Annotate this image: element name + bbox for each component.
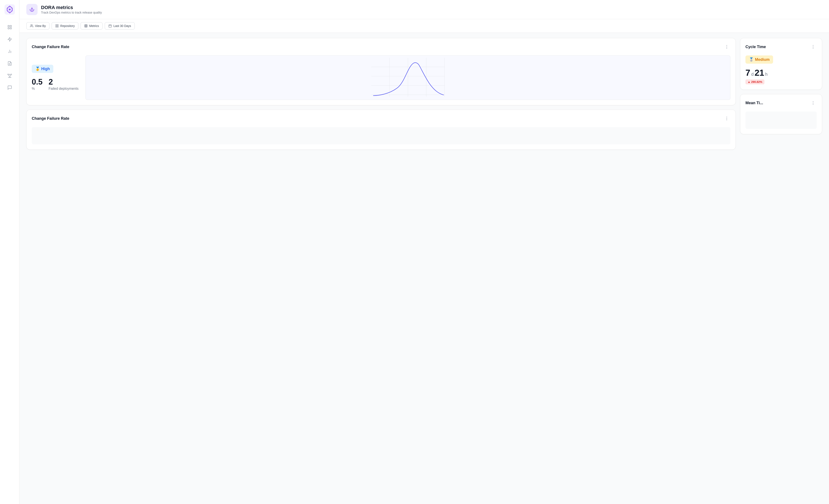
repository-button[interactable]: Repository xyxy=(51,22,78,30)
card4-placeholder xyxy=(746,112,817,129)
sidebar-item-lightning[interactable] xyxy=(4,34,15,45)
svg-point-11 xyxy=(32,10,32,11)
metric-count: 2 Failed deployments xyxy=(48,78,79,91)
page-header: DORA metrics Track DevOps metrics to tra… xyxy=(20,0,829,19)
date-range-button[interactable]: Last 30 Days xyxy=(105,22,135,30)
card3-header: Change Failure Rate ⋮ xyxy=(32,115,730,122)
svg-rect-22 xyxy=(109,25,111,27)
sidebar-item-trophy[interactable] xyxy=(4,70,15,81)
page-subtitle: Track DevOps metrics to track release qu… xyxy=(41,11,102,14)
sidebar-item-chart[interactable] xyxy=(4,46,15,57)
metrics-button[interactable]: Metrics xyxy=(80,22,103,30)
svg-rect-15 xyxy=(56,26,57,27)
svg-rect-14 xyxy=(58,25,59,26)
card2-menu-button[interactable]: ⋮ xyxy=(810,43,817,50)
right-panel: Cycle Time ⋮ 🥈 Medium 7 d 21 h xyxy=(740,38,822,499)
content-area: Change Failure Rate ⋮ 🥇 High 0.5 xyxy=(20,33,829,504)
card4-menu-button[interactable]: ⋮ xyxy=(810,100,817,106)
card1-title: Change Failure Rate xyxy=(32,45,69,49)
header-icon xyxy=(26,4,38,15)
card2-body: 🥈 Medium 7 d 21 h ▲ 290.82% xyxy=(746,55,817,84)
header-text-block: DORA metrics Track DevOps metrics to tra… xyxy=(41,5,102,14)
page-title: DORA metrics xyxy=(41,5,102,10)
metric-count-label: Failed deployments xyxy=(48,87,79,91)
svg-point-12 xyxy=(31,25,32,26)
card3-placeholder xyxy=(32,127,730,144)
sidebar-item-grid[interactable] xyxy=(4,22,15,33)
card3-menu-button[interactable]: ⋮ xyxy=(723,115,730,122)
cycle-time-display: 7 d 21 h xyxy=(746,68,817,78)
metric-percent-unit: % xyxy=(32,87,42,91)
svg-rect-13 xyxy=(56,25,57,26)
repository-label: Repository xyxy=(60,24,75,28)
change-indicator-value: ▲ 290.82% xyxy=(748,80,762,83)
metric-percent-value: 0.5 xyxy=(32,78,42,86)
cycle-time-hours-unit: h xyxy=(765,72,767,77)
three-dots-icon-3: ⋮ xyxy=(725,116,729,121)
medium-badge: 🥈 Medium xyxy=(746,55,773,64)
change-indicator: ▲ 290.82% xyxy=(746,79,764,84)
metrics-label: Metrics xyxy=(89,24,99,28)
change-failure-rate-card: Change Failure Rate ⋮ 🥇 High 0.5 xyxy=(26,38,736,105)
sidebar xyxy=(0,0,20,504)
medium-badge-emoji: 🥈 xyxy=(749,57,754,62)
toolbar: View By Repository Metrics Last 30 Days xyxy=(20,19,829,33)
sidebar-nav xyxy=(0,22,19,93)
change-failure-rate-card-2: Change Failure Rate ⋮ xyxy=(26,110,736,150)
badge-label: High xyxy=(41,67,50,71)
three-dots-icon-4: ⋮ xyxy=(811,101,816,105)
svg-point-1 xyxy=(9,9,10,10)
svg-rect-17 xyxy=(85,25,87,27)
svg-rect-3 xyxy=(10,26,11,27)
date-range-label: Last 30 Days xyxy=(113,24,131,28)
view-by-button[interactable]: View By xyxy=(26,22,49,30)
view-by-label: View By xyxy=(35,24,46,28)
card2-title: Cycle Time xyxy=(746,45,766,49)
high-badge: 🥇 High xyxy=(32,65,53,73)
card4-title: Mean Ti... xyxy=(746,101,763,105)
left-column: Change Failure Rate ⋮ 🥇 High 0.5 xyxy=(26,38,736,499)
card1-body: 🥇 High 0.5 % 2 Failed deployments xyxy=(32,55,730,100)
card3-title: Change Failure Rate xyxy=(32,116,69,121)
cycle-time-days-unit: d xyxy=(751,72,754,77)
mean-time-card: Mean Ti... ⋮ xyxy=(740,94,822,134)
medium-badge-label: Medium xyxy=(755,57,770,62)
svg-rect-5 xyxy=(10,28,11,29)
app-logo xyxy=(4,4,15,15)
card2-header: Cycle Time ⋮ xyxy=(746,43,817,50)
card1-left: 🥇 High 0.5 % 2 Failed deployments xyxy=(32,65,79,91)
card4-header: Mean Ti... ⋮ xyxy=(746,100,817,106)
svg-rect-2 xyxy=(8,26,9,27)
main-content: DORA metrics Track DevOps metrics to tra… xyxy=(20,0,829,504)
card1-header: Change Failure Rate ⋮ xyxy=(32,43,730,50)
cycle-time-days-value: 7 xyxy=(746,68,750,77)
cycle-time-card: Cycle Time ⋮ 🥈 Medium 7 d 21 h xyxy=(740,38,822,90)
badge-emoji: 🥇 xyxy=(35,67,40,71)
sidebar-item-document[interactable] xyxy=(4,58,15,69)
card1-metrics: 0.5 % 2 Failed deployments xyxy=(32,78,79,91)
metric-percent: 0.5 % xyxy=(32,78,42,91)
metric-count-value: 2 xyxy=(48,78,79,86)
sidebar-item-chat[interactable] xyxy=(4,82,15,93)
card1-chart xyxy=(85,55,730,100)
svg-rect-16 xyxy=(58,26,59,27)
card1-menu-button[interactable]: ⋮ xyxy=(723,43,730,50)
three-dots-icon-2: ⋮ xyxy=(811,44,816,49)
svg-rect-4 xyxy=(8,28,9,29)
chart-container-1 xyxy=(85,55,730,100)
three-dots-icon: ⋮ xyxy=(725,44,729,49)
cycle-time-hours-value: 21 xyxy=(755,68,764,77)
